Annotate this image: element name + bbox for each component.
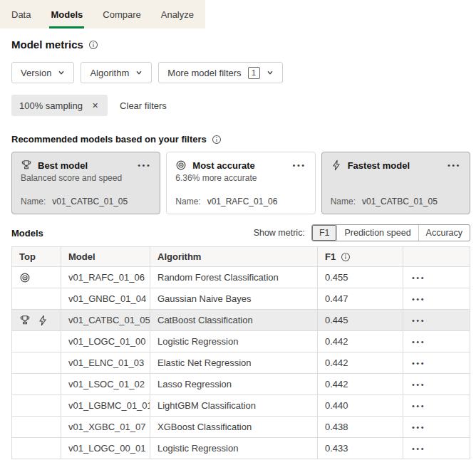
table-row[interactable]: v01_LOGC_00_01 Logistic Regression 0.433… <box>12 438 470 459</box>
card-subtitle: 6.36% more accurate <box>175 173 306 184</box>
card-header: Best model ••• <box>21 160 151 171</box>
info-icon[interactable] <box>212 135 222 145</box>
col-header-metric[interactable]: F1 <box>318 247 403 267</box>
best-model-card[interactable]: Best model ••• Balanced score and speed … <box>11 152 160 214</box>
row-more-options-button[interactable]: ••• <box>410 294 425 305</box>
remove-filter-icon[interactable]: ✕ <box>90 100 100 112</box>
chevron-down-icon <box>267 69 274 76</box>
card-model-name-row: Name: v01_RAFC_01_06 <box>175 197 306 207</box>
metric-option-accuracy[interactable]: Accuracy <box>418 225 470 241</box>
metric-cell: 0.445 <box>318 310 403 331</box>
model-name-cell: v01_LSOC_01_02 <box>61 374 150 395</box>
table-row[interactable]: v01_ELNC_01_03 Elastic Net Regression 0.… <box>12 352 470 374</box>
version-filter-button[interactable]: Version <box>11 62 74 83</box>
card-title: Best model <box>38 160 130 171</box>
active-filters-row: 100% sampling ✕ Clear filters <box>11 95 470 116</box>
filter-count-badge: 1 <box>248 67 260 79</box>
tab-data[interactable]: Data <box>1 0 41 28</box>
algorithm-cell: Lasso Regression <box>150 374 318 395</box>
table-row[interactable]: v01_GNBC_01_04 Gaussian Naive Bayes 0.44… <box>12 288 470 310</box>
top-cell <box>12 267 61 288</box>
table-row[interactable]: v01_LSOC_01_02 Lasso Regression 0.442 ••… <box>12 374 470 395</box>
table-row[interactable]: v01_RAFC_01_06 Random Forest Classificat… <box>12 267 470 288</box>
table-row[interactable]: v01_LOGC_01_00 Logistic Regression 0.442… <box>12 331 470 352</box>
card-title: Most accurate <box>192 160 285 171</box>
info-icon[interactable] <box>341 252 351 262</box>
metric-cell: 0.442 <box>318 352 403 374</box>
card-header: Fastest model ••• <box>331 160 461 171</box>
top-cell <box>12 331 61 352</box>
col-header-actions <box>403 247 470 267</box>
top-cell <box>12 438 61 459</box>
model-name-cell: v01_LGBMC_01_01 <box>61 395 150 417</box>
row-more-options-button[interactable]: ••• <box>410 401 425 412</box>
algorithm-cell: XGBoost Classification <box>150 417 318 438</box>
model-name-cell: v01_CATBC_01_05 <box>61 310 150 331</box>
row-more-options-button[interactable]: ••• <box>410 358 425 369</box>
row-more-options-button[interactable]: ••• <box>410 273 425 283</box>
card-more-options-button[interactable]: ••• <box>446 160 461 171</box>
sampling-filter-chip-label: 100% sampling <box>19 100 83 111</box>
algorithm-cell: CatBoost Classification <box>150 310 318 331</box>
trophy-icon <box>19 315 31 326</box>
metric-cell: 0.433 <box>318 438 403 459</box>
models-table: Top Model Algorithm F1 v01_RAFC_01_06 Ra… <box>11 246 470 459</box>
metric-option-prediction-speed[interactable]: Prediction speed <box>336 225 418 241</box>
chevron-down-icon <box>135 69 143 76</box>
metric-cell: 0.440 <box>318 395 403 417</box>
metric-segmented-control: F1 Prediction speed Accuracy <box>311 224 470 241</box>
tab-compare[interactable]: Compare <box>93 0 150 28</box>
card-subtitle: Balanced score and speed <box>21 173 151 184</box>
info-icon[interactable] <box>88 40 98 50</box>
metric-group: Show metric: F1 Prediction speed Accurac… <box>254 224 470 241</box>
row-more-options-button[interactable]: ••• <box>410 444 425 454</box>
model-name-value: v01_RAFC_01_06 <box>207 197 278 207</box>
tab-analyze[interactable]: Analyze <box>151 0 204 28</box>
version-filter-label: Version <box>21 68 51 78</box>
trophy-icon <box>21 160 32 171</box>
card-model-name-row: Name: v01_CATBC_01_05 <box>21 197 151 207</box>
table-row-selected[interactable]: v01_CATBC_01_05 CatBoost Classification … <box>12 310 470 331</box>
model-name-cell: v01_RAFC_01_06 <box>61 267 150 288</box>
row-more-options-button[interactable]: ••• <box>410 315 425 326</box>
col-header-algorithm[interactable]: Algorithm <box>150 247 318 267</box>
algorithm-cell: LightGBM Classification <box>150 395 318 417</box>
metric-cell: 0.438 <box>318 417 403 438</box>
row-more-options-button[interactable]: ••• <box>410 337 425 347</box>
metric-header-label: F1 <box>325 251 336 262</box>
metric-option-f1[interactable]: F1 <box>312 225 337 241</box>
top-cell <box>12 417 61 438</box>
metric-cell: 0.442 <box>318 331 403 352</box>
card-more-options-button[interactable]: ••• <box>136 160 151 171</box>
row-more-options-button[interactable]: ••• <box>410 380 425 390</box>
model-name-cell: v01_LOGC_01_00 <box>61 331 150 352</box>
table-header-row: Top Model Algorithm F1 <box>12 247 470 267</box>
target-icon <box>19 272 31 283</box>
row-more-options-button[interactable]: ••• <box>410 422 425 433</box>
card-header: Most accurate ••• <box>175 160 306 171</box>
table-row[interactable]: v01_LGBMC_01_01 LightGBM Classification … <box>12 395 470 417</box>
top-cell <box>12 395 61 417</box>
card-more-options-button[interactable]: ••• <box>291 160 306 171</box>
col-header-top[interactable]: Top <box>12 247 61 267</box>
recommended-title: Recommended models based on your filters <box>11 134 207 145</box>
most-accurate-card[interactable]: Most accurate ••• 6.36% more accurate Na… <box>166 152 315 214</box>
table-row[interactable]: v01_XGBC_01_07 XGBoost Classification 0.… <box>12 417 470 438</box>
model-name-cell: v01_XGBC_01_07 <box>61 417 150 438</box>
page-title: Model metrics <box>11 38 83 51</box>
show-metric-label: Show metric: <box>254 228 305 238</box>
col-header-model[interactable]: Model <box>61 247 150 267</box>
clear-filters-button[interactable]: Clear filters <box>120 100 167 111</box>
tab-strip: Data Models Compare Analyze <box>0 0 205 28</box>
algorithm-cell: Logistic Regression <box>150 438 318 459</box>
models-bar: Models Show metric: F1 Prediction speed … <box>11 224 470 241</box>
algorithm-cell: Gaussian Naive Bayes <box>150 288 318 310</box>
top-cell <box>12 310 61 331</box>
recommended-title-row: Recommended models based on your filters <box>11 134 470 145</box>
tab-models[interactable]: Models <box>41 0 93 28</box>
name-label: Name: <box>331 197 356 207</box>
fastest-model-card[interactable]: Fastest model ••• Name: v01_CATBC_01_05 <box>321 152 470 214</box>
algorithm-filter-button[interactable]: Algorithm <box>81 62 152 83</box>
more-model-filters-button[interactable]: More model filters 1 <box>158 62 282 83</box>
model-name-value: v01_CATBC_01_05 <box>362 197 438 207</box>
